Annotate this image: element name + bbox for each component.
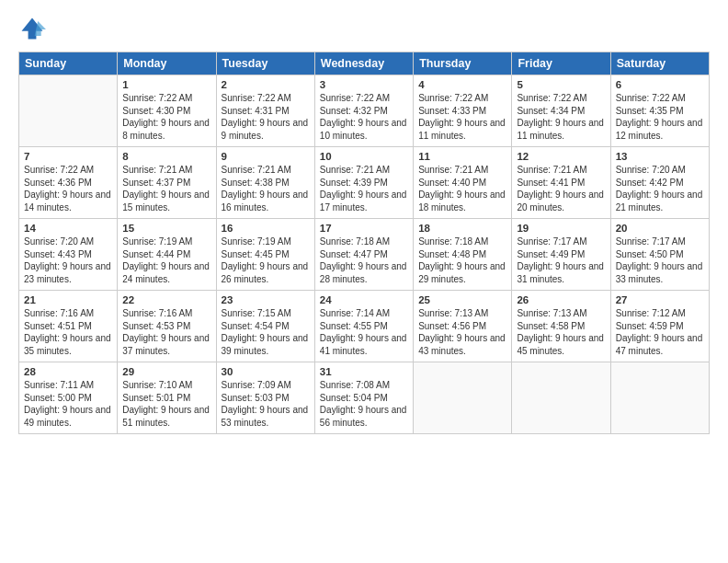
day-info: Sunrise: 7:21 AMSunset: 4:38 PMDaylight:… [222, 164, 310, 213]
calendar-cell: 26Sunrise: 7:13 AMSunset: 4:58 PMDayligh… [512, 291, 610, 362]
day-number: 21 [24, 294, 112, 305]
calendar-week-row: 7Sunrise: 7:22 AMSunset: 4:36 PMDaylight… [19, 147, 710, 219]
calendar-cell: 5Sunrise: 7:22 AMSunset: 4:34 PMDaylight… [512, 75, 610, 147]
calendar-cell: 31Sunrise: 7:08 AMSunset: 5:04 PMDayligh… [314, 362, 413, 434]
calendar-cell: 3Sunrise: 7:22 AMSunset: 4:32 PMDaylight… [314, 75, 413, 147]
day-info: Sunrise: 7:21 AMSunset: 4:41 PMDaylight:… [517, 164, 605, 213]
calendar-cell [414, 362, 512, 434]
day-number: 10 [320, 151, 408, 162]
day-info: Sunrise: 7:08 AMSunset: 5:04 PMDaylight:… [320, 379, 408, 429]
calendar-cell: 28Sunrise: 7:11 AMSunset: 5:00 PMDayligh… [19, 362, 118, 434]
calendar-cell: 21Sunrise: 7:16 AMSunset: 4:51 PMDayligh… [19, 291, 118, 362]
day-number: 25 [418, 294, 506, 305]
calendar-cell: 6Sunrise: 7:22 AMSunset: 4:35 PMDaylight… [610, 75, 709, 147]
day-number: 17 [320, 223, 408, 234]
day-info: Sunrise: 7:16 AMSunset: 4:53 PMDaylight:… [122, 307, 210, 357]
day-info: Sunrise: 7:22 AMSunset: 4:34 PMDaylight:… [517, 92, 605, 142]
calendar-cell [512, 362, 610, 434]
day-info: Sunrise: 7:22 AMSunset: 4:33 PMDaylight:… [418, 92, 506, 142]
day-info: Sunrise: 7:16 AMSunset: 4:51 PMDaylight:… [24, 307, 112, 357]
day-number: 31 [320, 366, 408, 377]
day-info: Sunrise: 7:15 AMSunset: 4:54 PMDaylight:… [222, 307, 310, 357]
day-info: Sunrise: 7:20 AMSunset: 4:42 PMDaylight:… [616, 164, 704, 213]
calendar-cell: 9Sunrise: 7:21 AMSunset: 4:38 PMDaylight… [216, 147, 314, 219]
day-info: Sunrise: 7:22 AMSunset: 4:31 PMDaylight:… [222, 92, 310, 142]
calendar-table: SundayMondayTuesdayWednesdayThursdayFrid… [18, 52, 710, 434]
logo-icon [18, 15, 46, 42]
day-info: Sunrise: 7:17 AMSunset: 4:49 PMDaylight:… [517, 236, 605, 285]
weekday-header-sunday: Sunday [19, 52, 118, 75]
calendar-cell: 22Sunrise: 7:16 AMSunset: 4:53 PMDayligh… [118, 291, 216, 362]
calendar-cell: 24Sunrise: 7:14 AMSunset: 4:55 PMDayligh… [314, 291, 413, 362]
calendar-cell: 12Sunrise: 7:21 AMSunset: 4:41 PMDayligh… [512, 147, 610, 219]
calendar-cell: 1Sunrise: 7:22 AMSunset: 4:30 PMDaylight… [118, 75, 216, 147]
day-number: 27 [616, 294, 704, 305]
day-info: Sunrise: 7:22 AMSunset: 4:32 PMDaylight:… [320, 92, 408, 142]
day-number: 6 [616, 79, 704, 90]
calendar-cell: 8Sunrise: 7:21 AMSunset: 4:37 PMDaylight… [118, 147, 216, 219]
calendar-cell: 23Sunrise: 7:15 AMSunset: 4:54 PMDayligh… [216, 291, 314, 362]
calendar-week-row: 21Sunrise: 7:16 AMSunset: 4:51 PMDayligh… [19, 291, 710, 362]
day-number: 1 [122, 79, 210, 90]
day-info: Sunrise: 7:12 AMSunset: 4:59 PMDaylight:… [616, 307, 704, 357]
calendar-cell: 7Sunrise: 7:22 AMSunset: 4:36 PMDaylight… [19, 147, 118, 219]
calendar-cell: 29Sunrise: 7:10 AMSunset: 5:01 PMDayligh… [118, 362, 216, 434]
weekday-header-wednesday: Wednesday [314, 52, 413, 75]
day-info: Sunrise: 7:18 AMSunset: 4:48 PMDaylight:… [418, 236, 506, 285]
day-info: Sunrise: 7:22 AMSunset: 4:30 PMDaylight:… [122, 92, 210, 142]
day-number: 15 [122, 223, 210, 234]
page: SundayMondayTuesdayWednesdayThursdayFrid… [0, 0, 728, 563]
calendar-cell: 2Sunrise: 7:22 AMSunset: 4:31 PMDaylight… [216, 75, 314, 147]
calendar-cell: 11Sunrise: 7:21 AMSunset: 4:40 PMDayligh… [414, 147, 512, 219]
day-number: 16 [222, 223, 310, 234]
calendar-header: SundayMondayTuesdayWednesdayThursdayFrid… [19, 52, 710, 75]
calendar-week-row: 1Sunrise: 7:22 AMSunset: 4:30 PMDaylight… [19, 75, 710, 147]
day-number: 23 [222, 294, 310, 305]
calendar-week-row: 28Sunrise: 7:11 AMSunset: 5:00 PMDayligh… [19, 362, 710, 434]
day-number: 12 [517, 151, 605, 162]
weekday-header-friday: Friday [512, 52, 610, 75]
day-number: 2 [222, 79, 310, 90]
day-info: Sunrise: 7:10 AMSunset: 5:01 PMDaylight:… [122, 379, 210, 429]
calendar-cell [19, 75, 118, 147]
day-info: Sunrise: 7:09 AMSunset: 5:03 PMDaylight:… [222, 379, 310, 429]
calendar-cell: 20Sunrise: 7:17 AMSunset: 4:50 PMDayligh… [610, 219, 709, 291]
calendar-body: 1Sunrise: 7:22 AMSunset: 4:30 PMDaylight… [19, 75, 710, 434]
header [18, 15, 710, 42]
day-number: 19 [517, 223, 605, 234]
day-number: 5 [517, 79, 605, 90]
day-number: 11 [418, 151, 506, 162]
day-number: 14 [24, 223, 112, 234]
weekday-header-row: SundayMondayTuesdayWednesdayThursdayFrid… [19, 52, 710, 75]
day-number: 9 [222, 151, 310, 162]
calendar-cell: 25Sunrise: 7:13 AMSunset: 4:56 PMDayligh… [414, 291, 512, 362]
calendar-cell [610, 362, 709, 434]
day-number: 28 [24, 366, 112, 377]
day-info: Sunrise: 7:21 AMSunset: 4:40 PMDaylight:… [418, 164, 506, 213]
logo [18, 15, 50, 42]
calendar-cell: 27Sunrise: 7:12 AMSunset: 4:59 PMDayligh… [610, 291, 709, 362]
day-info: Sunrise: 7:21 AMSunset: 4:39 PMDaylight:… [320, 164, 408, 213]
day-info: Sunrise: 7:21 AMSunset: 4:37 PMDaylight:… [122, 164, 210, 213]
weekday-header-saturday: Saturday [610, 52, 709, 75]
day-number: 3 [320, 79, 408, 90]
day-number: 29 [122, 366, 210, 377]
weekday-header-monday: Monday [118, 52, 216, 75]
calendar-cell: 17Sunrise: 7:18 AMSunset: 4:47 PMDayligh… [314, 219, 413, 291]
day-number: 18 [418, 223, 506, 234]
calendar-cell: 30Sunrise: 7:09 AMSunset: 5:03 PMDayligh… [216, 362, 314, 434]
calendar-cell: 15Sunrise: 7:19 AMSunset: 4:44 PMDayligh… [118, 219, 216, 291]
day-info: Sunrise: 7:17 AMSunset: 4:50 PMDaylight:… [616, 236, 704, 285]
day-number: 7 [24, 151, 112, 162]
calendar-week-row: 14Sunrise: 7:20 AMSunset: 4:43 PMDayligh… [19, 219, 710, 291]
calendar-cell: 16Sunrise: 7:19 AMSunset: 4:45 PMDayligh… [216, 219, 314, 291]
day-number: 24 [320, 294, 408, 305]
weekday-header-tuesday: Tuesday [216, 52, 314, 75]
day-info: Sunrise: 7:13 AMSunset: 4:56 PMDaylight:… [418, 307, 506, 357]
day-number: 30 [222, 366, 310, 377]
calendar-cell: 10Sunrise: 7:21 AMSunset: 4:39 PMDayligh… [314, 147, 413, 219]
calendar-cell: 13Sunrise: 7:20 AMSunset: 4:42 PMDayligh… [610, 147, 709, 219]
day-info: Sunrise: 7:22 AMSunset: 4:36 PMDaylight:… [24, 164, 112, 213]
calendar-cell: 4Sunrise: 7:22 AMSunset: 4:33 PMDaylight… [414, 75, 512, 147]
weekday-header-thursday: Thursday [414, 52, 512, 75]
